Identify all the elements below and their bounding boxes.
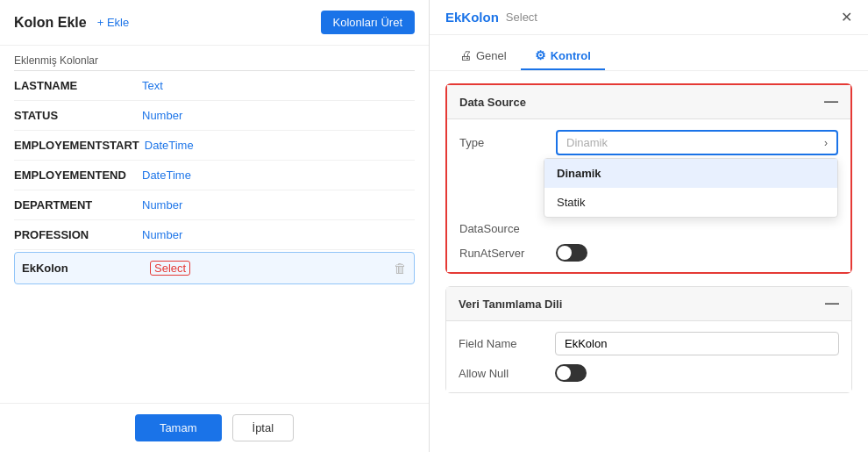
veri-collapse-icon[interactable]: — bbox=[825, 296, 839, 312]
column-name: EMPLOYEMENTEND bbox=[14, 169, 137, 182]
column-name: EkKolon bbox=[22, 262, 145, 275]
data-source-body: Type Dinamik › Dinamik Statik bbox=[447, 119, 850, 272]
list-item[interactable]: EMPLOYEMENTSTART DateTime bbox=[14, 131, 415, 161]
right-title: EkKolon bbox=[445, 10, 499, 25]
left-panel: Kolon Ekle + Ekle Kolonları Üret Eklenmi… bbox=[0, 0, 430, 452]
tamam-button[interactable]: Tamam bbox=[135, 414, 222, 441]
runatserver-label: RunAtServer bbox=[459, 247, 547, 260]
tab-kontrol[interactable]: ⚙ Kontrol bbox=[521, 42, 605, 70]
list-item[interactable]: EMPLOYEMENTEND DateTime bbox=[14, 161, 415, 190]
iptal-button[interactable]: İptal bbox=[232, 414, 295, 441]
column-name: LASTNAME bbox=[14, 79, 137, 92]
datasource-label: DataSource bbox=[459, 222, 547, 235]
columns-list: LASTNAME Text STATUS Number EMPLOYEMENTS… bbox=[0, 71, 429, 403]
page-title: Kolon Ekle bbox=[14, 15, 87, 31]
left-footer: Tamam İptal bbox=[0, 403, 429, 452]
delete-icon[interactable]: 🗑 bbox=[394, 261, 407, 276]
type-select[interactable]: Dinamik › bbox=[556, 130, 838, 155]
right-header-title: EkKolon Select bbox=[445, 10, 537, 25]
column-type: DateTime bbox=[145, 139, 194, 152]
column-name: DEPARTMENT bbox=[14, 198, 137, 212]
left-header: Kolon Ekle + Ekle Kolonları Üret bbox=[0, 0, 429, 46]
veri-tanimlama-title: Veri Tanımlama Dili bbox=[459, 298, 562, 311]
type-row: Type Dinamik › bbox=[459, 130, 838, 155]
allow-null-row: Allow Null bbox=[459, 364, 839, 382]
list-item[interactable]: DEPARTMENT Number bbox=[14, 190, 415, 220]
list-item-active[interactable]: EkKolon Select 🗑 bbox=[14, 252, 415, 284]
allow-null-toggle[interactable] bbox=[555, 364, 587, 382]
kontrol-icon: ⚙ bbox=[535, 48, 546, 62]
right-content: Data Source — Type Dinamik › Dinamik bbox=[430, 71, 868, 452]
genel-icon: 🖨 bbox=[459, 48, 472, 62]
list-item[interactable]: STATUS Number bbox=[14, 101, 415, 131]
data-source-section: Data Source — Type Dinamik › Dinamik bbox=[445, 83, 852, 274]
type-label: Type bbox=[459, 136, 547, 149]
runatserver-row: RunAtServer bbox=[459, 244, 838, 262]
column-type: Number bbox=[142, 198, 182, 212]
datasource-row: DataSource bbox=[459, 222, 838, 235]
column-type-active: Select bbox=[150, 261, 190, 276]
right-subtitle: Select bbox=[506, 11, 537, 24]
close-icon[interactable]: ✕ bbox=[841, 9, 852, 25]
dropdown-item-statik[interactable]: Statik bbox=[544, 188, 837, 217]
veri-tanimlama-header: Veri Tanımlama Dili — bbox=[446, 287, 851, 321]
dropdown-item-dinamik[interactable]: Dinamik bbox=[544, 159, 837, 188]
column-type: Number bbox=[142, 109, 182, 122]
chevron-right-icon: › bbox=[824, 137, 828, 149]
column-type: Text bbox=[142, 79, 163, 92]
type-select-text: Dinamik bbox=[566, 136, 608, 149]
column-name: STATUS bbox=[14, 109, 137, 122]
collapse-icon[interactable]: — bbox=[824, 94, 838, 110]
right-tabs: 🖨 Genel ⚙ Kontrol bbox=[430, 35, 868, 71]
list-item[interactable]: PROFESSION Number bbox=[14, 220, 415, 250]
veri-tanimlama-section: Veri Tanımlama Dili — Field Name Allow N… bbox=[445, 286, 852, 393]
type-dropdown-menu: Dinamik Statik bbox=[544, 158, 838, 218]
section-label: Eklenmiş Kolonlar bbox=[0, 46, 429, 70]
kolonlar-uret-button[interactable]: Kolonları Üret bbox=[321, 11, 415, 34]
allow-null-label: Allow Null bbox=[459, 367, 546, 380]
column-type: Number bbox=[142, 228, 182, 241]
left-header-left: Kolon Ekle + Ekle bbox=[14, 15, 129, 31]
right-header: EkKolon Select ✕ bbox=[430, 0, 868, 35]
list-item[interactable]: LASTNAME Text bbox=[14, 71, 415, 101]
runatserver-toggle[interactable] bbox=[556, 244, 587, 262]
veri-tanimlama-body: Field Name Allow Null bbox=[446, 321, 851, 392]
field-name-input[interactable] bbox=[555, 332, 839, 355]
right-panel: EkKolon Select ✕ 🖨 Genel ⚙ Kontrol Data … bbox=[430, 0, 868, 452]
column-name: PROFESSION bbox=[14, 228, 137, 241]
field-name-label: Field Name bbox=[459, 337, 546, 350]
column-type: DateTime bbox=[142, 169, 191, 182]
tab-kontrol-label: Kontrol bbox=[551, 49, 591, 62]
add-button[interactable]: + Ekle bbox=[97, 16, 130, 29]
tab-genel-label: Genel bbox=[476, 49, 507, 62]
column-name: EMPLOYEMENTSTART bbox=[14, 139, 139, 152]
tab-genel[interactable]: 🖨 Genel bbox=[445, 42, 521, 70]
data-source-title: Data Source bbox=[459, 96, 526, 109]
data-source-header: Data Source — bbox=[447, 85, 850, 119]
field-name-row: Field Name bbox=[459, 332, 839, 355]
